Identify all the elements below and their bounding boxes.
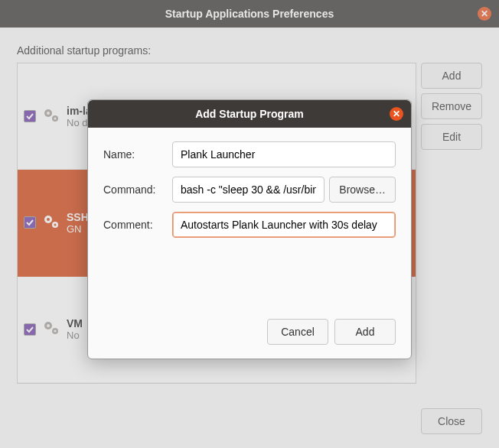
modal-title: Add Startup Program (195, 108, 304, 120)
add-startup-modal: Add Startup Program ✕ Name: Command: Bro… (87, 99, 412, 359)
command-label: Command: (103, 183, 165, 196)
close-icon[interactable]: ✕ (390, 107, 403, 121)
comment-label: Comment: (103, 219, 165, 231)
comment-field[interactable] (172, 212, 396, 238)
cancel-button[interactable]: Cancel (267, 319, 328, 345)
name-field[interactable] (172, 141, 396, 167)
name-label: Name: (103, 148, 165, 161)
modal-overlay: Add Startup Program ✕ Name: Command: Bro… (0, 0, 499, 448)
modal-titlebar: Add Startup Program ✕ (88, 100, 411, 128)
command-field[interactable] (172, 177, 325, 203)
browse-button[interactable]: Browse… (329, 177, 396, 203)
add-button[interactable]: Add (334, 319, 396, 345)
